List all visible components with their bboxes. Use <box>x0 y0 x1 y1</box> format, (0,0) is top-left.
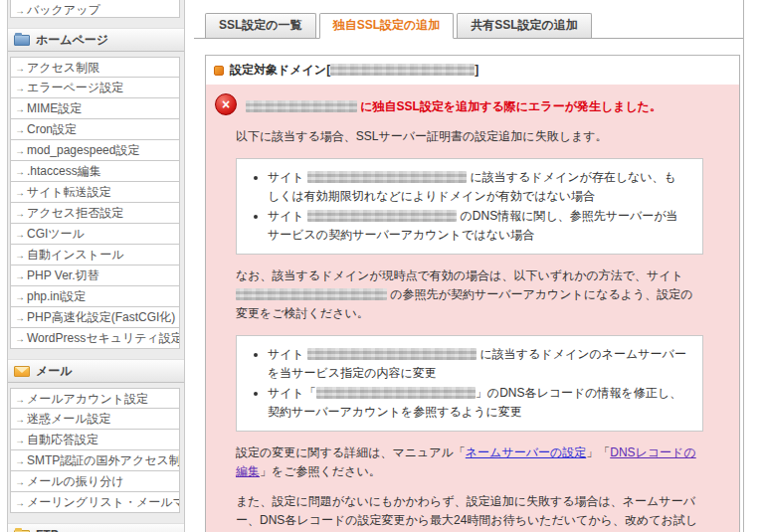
arrow-icon: → <box>15 312 25 323</box>
target-domain-header: 設定対象ドメイン[] <box>206 56 739 85</box>
arrow-icon: → <box>15 166 25 177</box>
manual-reference-text: 設定の変更に関する詳細は、マニュアル「ネームサーバーの設定」「DNSレコードの編… <box>236 443 703 481</box>
sidebar-section-mail: メール <box>8 359 184 383</box>
error-icon: × <box>215 93 237 115</box>
arrow-icon: → <box>15 291 25 302</box>
sidebar-section-title: ホームページ <box>36 32 108 49</box>
sidebar-item-error-page[interactable]: →エラーページ設定 <box>10 78 180 98</box>
sidebar-item-php-ver[interactable]: →PHP Ver.切替 <box>10 266 180 286</box>
tab-ssl-list[interactable]: SSL設定の一覧 <box>205 13 316 38</box>
arrow-icon: → <box>15 455 25 466</box>
sidebar-item-label: MIME設定 <box>27 101 82 115</box>
sidebar-item-label: エラーページ設定 <box>27 81 123 94</box>
target-domain-text: 設定対象ドメイン[] <box>230 62 478 79</box>
nameserver-settings-link[interactable]: ネームサーバーの設定 <box>466 445 586 459</box>
arrow-icon: → <box>15 414 25 425</box>
sidebar-item-auto-install[interactable]: →自動インストール <box>10 245 180 266</box>
main-content: SSL設定の一覧 独自SSL設定の追加 共有SSL設定の追加 設定対象ドメイン[… <box>194 0 744 532</box>
redacted-domain <box>307 348 477 360</box>
sidebar-item-cgi-tools[interactable]: →CGIツール <box>10 224 180 245</box>
sidebar-item-label: mod_pagespeed設定 <box>27 143 139 157</box>
solution-item: サイト に該当するドメインのネームサーバーを当サービス指定の内容に変更 <box>268 345 688 382</box>
sidebar-item-label: php.ini設定 <box>27 289 86 303</box>
sidebar-item-label: メールアカウント設定 <box>27 392 148 406</box>
redacted-domain <box>246 100 357 112</box>
sidebar-item-label: Cron設定 <box>27 122 77 136</box>
arrow-icon: → <box>15 333 25 344</box>
sidebar-item-label: PHP Ver.切替 <box>27 268 98 282</box>
solution-item: サイト「」のDNS各レコードの情報を修正し、契約サーバーアカウントを参照するよう… <box>268 384 688 421</box>
sidebar-item-htaccess[interactable]: →.htaccess編集 <box>10 161 180 182</box>
arrow-icon: → <box>15 208 25 219</box>
sidebar-item-label: 自動インストール <box>27 248 123 262</box>
redacted-domain <box>236 288 387 300</box>
orange-bullet-icon <box>214 66 224 76</box>
arrow-icon: → <box>15 394 25 405</box>
arrow-icon: → <box>15 270 25 281</box>
redacted-domain <box>307 210 457 222</box>
sidebar-item-php-fastcgi[interactable]: →PHP高速化設定(FastCGI化) <box>10 307 180 328</box>
sidebar-item-label: メールの振り分け <box>27 474 123 488</box>
error-title: に独自SSL設定を追加する際にエラーが発生しました。 <box>246 97 703 115</box>
sidebar-item-auto-reply[interactable]: →自動応答設定 <box>10 430 180 450</box>
arrow-icon: → <box>15 497 25 508</box>
arrow-icon: → <box>15 83 25 93</box>
sidebar-section-title: メール <box>36 363 73 380</box>
sidebar-item-php-ini[interactable]: →php.ini設定 <box>10 286 180 307</box>
sidebar-item-label: アクセス制限 <box>27 61 99 75</box>
redacted-domain <box>330 64 475 76</box>
arrow-icon: → <box>15 229 25 240</box>
sidebar-section-homepage: ホームページ <box>8 28 184 52</box>
arrow-icon: → <box>15 145 25 156</box>
sidebar-item-access-limit[interactable]: →アクセス制限 <box>10 57 180 78</box>
sidebar-item-label: アクセス拒否設定 <box>27 206 123 220</box>
tab-bar: SSL設定の一覧 独自SSL設定の追加 共有SSL設定の追加 <box>194 0 743 39</box>
sidebar-item-label: PHP高速化設定(FastCGI化) <box>27 310 175 324</box>
remediation-intro-text: なお、該当するドメインが現時点で有効の場合は、以下いずれかの方法で、サイト の参… <box>236 266 703 324</box>
sidebar-item-label: バックアップ <box>27 3 100 17</box>
sidebar-item-label: メーリングリスト・メールマガジン <box>27 495 180 509</box>
sidebar-item-label: SMTP認証の国外アクセス制限設定 <box>27 453 180 467</box>
sidebar-item-smtp-restriction[interactable]: →SMTP認証の国外アクセス制限設定 <box>10 450 180 471</box>
sidebar-item-mail-sorting[interactable]: →メールの振り分け <box>10 471 180 492</box>
sidebar-item-mime[interactable]: →MIME設定 <box>10 98 180 119</box>
arrow-icon: → <box>15 187 25 198</box>
redacted-domain <box>307 171 467 183</box>
mail-envelope-icon <box>14 366 30 377</box>
sidebar-item-label: .htaccess編集 <box>27 164 101 178</box>
sidebar-item-cron[interactable]: →Cron設定 <box>10 119 180 140</box>
sidebar-item-spam-mail[interactable]: →迷惑メール設定 <box>10 409 180 430</box>
arrow-icon: → <box>15 63 25 74</box>
tab-shared-ssl-add[interactable]: 共有SSL設定の追加 <box>457 13 592 38</box>
sidebar-item-mail-account[interactable]: →メールアカウント設定 <box>10 388 180 409</box>
redacted-domain <box>316 387 476 399</box>
sidebar-item-mailing-list[interactable]: →メーリングリスト・メールマガジン <box>10 492 180 513</box>
solution-options-box: サイト に該当するドメインのネームサーバーを当サービス指定の内容に変更 サイト「… <box>236 335 703 431</box>
sidebar: →バックアップ ホームページ →アクセス制限 →エラーページ設定 →MIME設定… <box>7 0 185 532</box>
condition-item: サイト に該当するドメインが存在しない、もしくは有効期限切れなどによりドメインが… <box>268 168 688 205</box>
ssl-error-panel: 設定対象ドメイン[] × に独自SSL設定を追加する際にエラーが発生しました。 … <box>205 55 740 532</box>
sidebar-item-label: CGIツール <box>27 227 85 241</box>
error-glyph: × <box>222 97 230 111</box>
wait-24h-text: また、設定に問題がないにもかかわらず、設定追加に失敗する場合は、ネームサーバー、… <box>236 492 703 532</box>
error-message-area: × に独自SSL設定を追加する際にエラーが発生しました。 以下に該当する場合、S… <box>206 85 739 532</box>
sidebar-item-access-deny[interactable]: →アクセス拒否設定 <box>10 203 180 224</box>
homepage-folder-icon <box>14 35 30 46</box>
sidebar-item-label: 自動応答設定 <box>27 433 98 446</box>
condition-item: サイト のDNS情報に関し、参照先サーバーが当サービスの契約サーバーアカウントで… <box>268 207 688 244</box>
sidebar-item-mod-pagespeed[interactable]: →mod_pagespeed設定 <box>10 140 180 161</box>
sidebar-item-site-transfer[interactable]: →サイト転送設定 <box>10 182 180 203</box>
arrow-icon: → <box>15 250 25 261</box>
error-intro-text: 以下に該当する場合、SSLサーバー証明書の設定追加に失敗します。 <box>236 127 703 146</box>
arrow-icon: → <box>15 435 25 445</box>
sidebar-section-title: FTP <box>36 528 59 532</box>
sidebar-item-wordpress-security[interactable]: →WordPressセキュリティ設定 <box>10 328 180 349</box>
arrow-icon: → <box>15 5 25 16</box>
arrow-icon: → <box>15 476 25 487</box>
arrow-icon: → <box>15 103 25 114</box>
arrow-icon: → <box>15 124 25 135</box>
failure-conditions-box: サイト に該当するドメインが存在しない、もしくは有効期限切れなどによりドメインが… <box>236 158 703 254</box>
sidebar-item-label: サイト転送設定 <box>27 185 111 199</box>
tab-private-ssl-add[interactable]: 独自SSL設定の追加 <box>319 13 455 39</box>
sidebar-item-backup[interactable]: →バックアップ <box>10 0 180 18</box>
